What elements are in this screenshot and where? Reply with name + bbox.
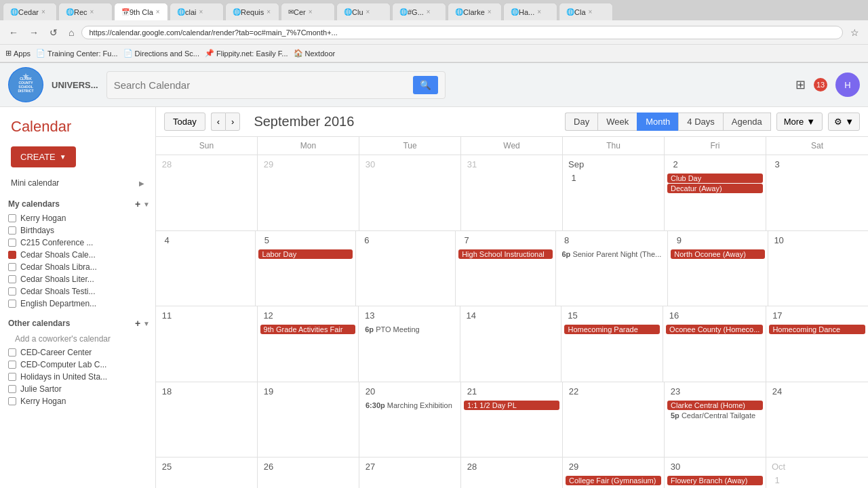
event-homecoming-dance[interactable]: Homecoming Dance — [769, 325, 865, 334]
julie-checkbox[interactable] — [8, 385, 16, 393]
sidebar-item-cedar-shoals-cal[interactable]: Cedar Shoals Cale... — [0, 249, 155, 261]
day-sep27[interactable]: 27 — [359, 458, 461, 488]
ced-career-checkbox[interactable] — [8, 348, 16, 357]
sidebar-item-cedar-liter[interactable]: Cedar Shoals Liter... — [0, 273, 155, 285]
event-tailgate[interactable]: 5p Cedar/Central Tailgate — [667, 411, 763, 420]
agenda-view-button[interactable]: Agenda — [723, 113, 771, 131]
day-sep24[interactable]: 24 — [766, 382, 868, 458]
tab-clu[interactable]: 🌐 Clu × — [336, 3, 391, 20]
prev-button[interactable]: ‹ — [211, 113, 225, 131]
day-view-button[interactable]: Day — [565, 113, 597, 131]
forward-button[interactable]: → — [26, 26, 42, 39]
bookmark-flippity[interactable]: 📌 Flippity.net: Easily F... — [205, 49, 288, 58]
sidebar-item-english[interactable]: English Departmen... — [0, 298, 155, 310]
mini-calendar-toggle[interactable]: Mini calendar ▶ — [5, 176, 150, 190]
next-button[interactable]: › — [225, 113, 240, 131]
sidebar-item-kerry[interactable]: Kerry Hogan — [0, 212, 155, 224]
sidebar-item-cedar-testi[interactable]: Cedar Shoals Testi... — [0, 285, 155, 298]
day-sep17[interactable]: 17 Homecoming Dance — [766, 306, 868, 382]
day-sep30[interactable]: 30 Flowery Branch (Away) — [665, 458, 766, 488]
day-sep19[interactable]: 19 — [258, 382, 359, 458]
day-30-aug[interactable]: 30 — [359, 155, 461, 230]
cedar-testi-checkbox[interactable] — [8, 287, 16, 296]
tab-clai[interactable]: 🌐 clai × — [170, 3, 224, 20]
4days-view-button[interactable]: 4 Days — [678, 113, 722, 131]
cedar-liter-checkbox[interactable] — [8, 275, 16, 283]
event-club-day[interactable]: Club Day — [667, 174, 763, 183]
bookmark-apps[interactable]: ⊞ Apps — [5, 49, 31, 58]
event-clarke-central[interactable]: Clarke Central (Home) — [667, 401, 763, 410]
bookmark-nextdoor[interactable]: 🏠 Nextdoor — [294, 49, 336, 58]
tab-ha[interactable]: 🌐 Ha... × — [503, 3, 557, 20]
home-button[interactable]: ⌂ — [65, 26, 77, 39]
sidebar-item-birthdays[interactable]: Birthdays — [0, 224, 155, 237]
day-sep3[interactable]: 3 — [766, 155, 868, 230]
sidebar-item-julie[interactable]: Julie Sartor — [0, 383, 155, 395]
c215-checkbox[interactable] — [8, 239, 16, 247]
my-calendars-add-icon[interactable]: + — [135, 199, 140, 209]
day-sep22[interactable]: 22 — [563, 382, 665, 458]
event-labor-day[interactable]: Labor Day — [258, 249, 352, 259]
avatar[interactable]: H — [835, 73, 860, 97]
back-button[interactable]: ← — [5, 26, 22, 39]
notification-badge[interactable]: 13 — [814, 78, 827, 92]
day-sep1[interactable]: Sep 1 — [563, 155, 665, 230]
bookmark-directions[interactable]: 📄 Directions and Sc... — [123, 49, 199, 58]
reload-button[interactable]: ↺ — [46, 26, 61, 39]
tab-cer[interactable]: ✉ Cer × — [281, 3, 335, 20]
day-sep4[interactable]: 4 — [156, 231, 256, 306]
address-bar[interactable] — [81, 26, 843, 39]
day-sep7[interactable]: 7 High School Instructional — [456, 231, 555, 306]
event-north-oconee[interactable]: North Oconee (Away) — [671, 249, 764, 259]
day-sep21[interactable]: 21 1:1 1/2 Day PL — [461, 382, 563, 458]
event-pto-meeting[interactable]: 6p PTO Meeting — [361, 325, 457, 334]
day-sep20[interactable]: 20 6:30p Marching Exhibition — [359, 382, 461, 458]
search-button[interactable]: 🔍 — [413, 76, 438, 94]
tab-cla2[interactable]: 🌐 Cla × — [559, 3, 613, 20]
day-oct1[interactable]: Oct 1 — [766, 458, 868, 488]
other-calendars-header[interactable]: Other calendars + ▼ — [0, 315, 155, 331]
sidebar-item-ced-career[interactable]: CED-Career Center — [0, 346, 155, 359]
event-senior-parent-night[interactable]: 6p Senior Parent Night (The... — [559, 249, 665, 259]
sidebar-item-ced-computer[interactable]: CED-Computer Lab C... — [0, 359, 155, 371]
sidebar-item-holidays[interactable]: Holidays in United Sta... — [0, 371, 155, 383]
cedar-shoals-cal-checkbox[interactable] — [8, 251, 16, 259]
day-sep8[interactable]: 8 6p Senior Parent Night (The... — [556, 231, 669, 306]
tab-clarke[interactable]: 🌐 Clarke × — [448, 3, 502, 20]
bookmark-training[interactable]: 📄 Training Center: Fu... — [36, 49, 118, 58]
tab-cedar[interactable]: 🌐 Cedar × — [3, 3, 57, 20]
day-31-aug[interactable]: 31 — [461, 155, 563, 230]
sidebar-item-kerry2[interactable]: Kerry Hogan — [0, 395, 155, 407]
cedar-libra-checkbox[interactable] — [8, 263, 16, 271]
day-sep9[interactable]: 9 North Oconee (Away) — [668, 231, 768, 306]
day-sep2[interactable]: 2 Club Day Decatur (Away) — [665, 155, 766, 230]
other-calendars-add-icon[interactable]: + — [135, 318, 140, 329]
day-sep23[interactable]: 23 Clarke Central (Home) 5p Cedar/Centra… — [665, 382, 766, 458]
birthdays-checkbox[interactable] — [8, 226, 16, 235]
add-coworker-calendar[interactable]: Add a coworker's calendar — [0, 331, 155, 346]
star-button[interactable]: ☆ — [847, 26, 863, 39]
day-sep18[interactable]: 18 — [156, 382, 258, 458]
create-button[interactable]: CREATE ▼ — [11, 146, 76, 167]
day-sep5[interactable]: 5 Labor Day — [256, 231, 355, 306]
search-input[interactable] — [114, 79, 408, 91]
my-calendars-header[interactable]: My calendars + ▼ — [0, 196, 155, 212]
day-sep10[interactable]: 10 — [768, 231, 868, 306]
event-oconee-county[interactable]: Oconee County (Homeco... — [666, 325, 763, 334]
tab-requis[interactable]: 🌐 Requis × — [225, 3, 279, 20]
day-28-aug[interactable]: 28 — [156, 155, 258, 230]
month-view-button[interactable]: Month — [637, 113, 678, 131]
kerry2-checkbox[interactable] — [8, 397, 16, 405]
event-college-fair[interactable]: College Fair (Gymnasium) — [566, 476, 661, 485]
tab-g[interactable]: 🌐 #G... × — [392, 3, 446, 20]
day-29-aug[interactable]: 29 — [258, 155, 359, 230]
sidebar-item-c215[interactable]: C215 Conference ... — [0, 237, 155, 249]
event-flowery-branch[interactable]: Flowery Branch (Away) — [667, 476, 763, 485]
day-sep28[interactable]: 28 — [461, 458, 563, 488]
event-high-school-instructional[interactable]: High School Instructional — [458, 249, 552, 259]
english-checkbox[interactable] — [8, 300, 16, 308]
today-button[interactable]: Today — [164, 113, 205, 131]
day-sep11[interactable]: 11 — [156, 306, 258, 382]
day-sep16[interactable]: 16 Oconee County (Homeco... — [663, 306, 766, 382]
day-sep6[interactable]: 6 — [356, 231, 456, 306]
